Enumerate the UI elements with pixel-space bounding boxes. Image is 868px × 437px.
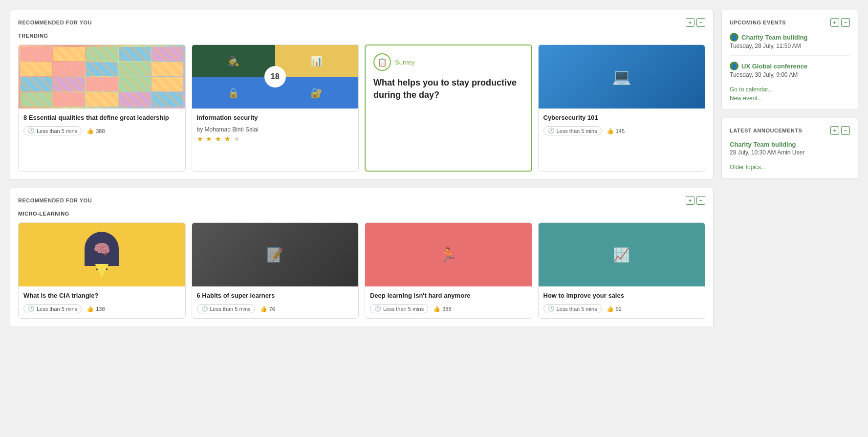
- card-cia-title: What is the CIA triangle?: [23, 291, 180, 300]
- go-to-calendar-link[interactable]: Go to calendar...: [730, 86, 850, 93]
- event-date-0: Tuesday, 28 July, 11:50 AM: [730, 43, 850, 49]
- card-survey[interactable]: 📋 Survey What helps you to stay producti…: [365, 44, 532, 172]
- trending-expand-btn[interactable]: +: [686, 18, 694, 27]
- card-deeplearning-image: 🏃: [365, 223, 532, 286]
- events-panel-title: UPCOMING EVENTS: [730, 20, 786, 25]
- clock-icon-sales: 🕐: [548, 306, 555, 312]
- announcements-panel: LATEST ANNOUCEMENTS + − Charity Team bui…: [721, 118, 858, 179]
- announcement-title-0[interactable]: Charity Team building: [730, 141, 850, 148]
- card-cyber101-image: 💻: [539, 45, 705, 109]
- announcements-collapse-btn[interactable]: −: [841, 126, 850, 135]
- card-sales-meta: 🕐 Less than 5 mins 👍 92: [543, 304, 700, 313]
- card-habits-image: 📝: [192, 223, 359, 286]
- card-deeplearning-body: Deep learning isn't hard anymore 🕐 Less …: [365, 286, 532, 318]
- thumb-icon-sales: 👍: [607, 306, 614, 312]
- microlearning-panel: RECOMMENDED FOR YOU + − MICRO-LEARNING 🧠: [10, 188, 714, 327]
- card-habits-body: 6 Habits of super learners 🕐 Less than 5…: [192, 286, 359, 318]
- new-event-link[interactable]: New event...: [730, 95, 850, 102]
- survey-icon: 📋: [373, 53, 391, 71]
- main-content: RECOMMENDED FOR YOU + − TRENDING: [10, 10, 714, 327]
- cyber-visual: 💻: [539, 45, 705, 109]
- trending-cards-grid: 8 Essential qualities that define great …: [18, 44, 705, 172]
- announcements-panel-controls: + −: [830, 126, 850, 135]
- card-deeplearning-title: Deep learning isn't hard anymore: [370, 291, 527, 300]
- card-leadership-body: 8 Essential qualities that define great …: [19, 109, 185, 140]
- star-4: ★: [224, 135, 231, 143]
- card-cyber101-body: Cybersecurity 101 🕐 Less than 5 mins 👍 1…: [539, 109, 705, 140]
- microlearning-cards-grid: 🧠 What is the CIA triangle? 🕐 Less than …: [18, 222, 705, 319]
- thumb-icon-cia: 👍: [87, 306, 94, 312]
- trending-panel-controls: + −: [686, 18, 705, 27]
- event-title-1[interactable]: 👤 UX Global conference: [730, 62, 850, 70]
- announcements-panel-title: LATEST ANNOUCEMENTS: [730, 128, 802, 133]
- event-icon-1: 👤: [730, 62, 738, 70]
- security-quad-4: 🔐: [275, 77, 358, 109]
- star-2: ★: [206, 135, 213, 143]
- announcements-panel-header: LATEST ANNOUCEMENTS + −: [730, 126, 850, 135]
- thumb-icon: 👍: [87, 128, 94, 134]
- event-icon-0: 👤: [730, 33, 738, 42]
- security-quad-2: 📊: [275, 45, 358, 77]
- card-leadership-image: [19, 45, 185, 109]
- microlearning-panel-header: RECOMMENDED FOR YOU + −: [18, 196, 705, 205]
- event-title-0[interactable]: 👤 Charity Team building: [730, 33, 850, 42]
- habits-visual: 📝: [192, 223, 359, 286]
- card-infosec-image: 🕵️ 📊 🔒 🔐 18: [192, 45, 359, 109]
- star-1: ★: [197, 135, 204, 143]
- trending-panel-title: RECOMMENDED FOR YOU: [18, 20, 92, 25]
- event-item-1: 👤 UX Global conference Tuesday, 30 July,…: [730, 62, 850, 84]
- card-cyber101-meta: 🕐 Less than 5 mins 👍 145: [543, 126, 700, 135]
- events-panel-header: UPCOMING EVENTS + −: [730, 18, 850, 27]
- card-cyber101-likes: 👍 145: [607, 128, 625, 134]
- card-leadership-title: 8 Essential qualities that define great …: [23, 113, 180, 122]
- card-cia[interactable]: 🧠 What is the CIA triangle? 🕐 Less than …: [18, 222, 186, 319]
- survey-question: What helps you to stay productive during…: [373, 77, 523, 101]
- trending-section-label: TRENDING: [18, 33, 705, 39]
- card-sales-body: How to improve your sales 🕐 Less than 5 …: [539, 286, 705, 318]
- events-expand-btn[interactable]: +: [830, 18, 839, 27]
- sidebar: UPCOMING EVENTS + − 👤 Charity Team build…: [721, 10, 858, 327]
- card-leadership-meta: 🕐 Less than 5 mins 👍 388: [23, 126, 180, 135]
- microlearning-expand-btn[interactable]: +: [686, 196, 694, 205]
- trending-panel: RECOMMENDED FOR YOU + − TRENDING: [10, 10, 714, 180]
- older-topics-link[interactable]: Older topics...: [730, 164, 850, 171]
- card-sales-title: How to improve your sales: [543, 291, 700, 300]
- microlearning-collapse-btn[interactable]: −: [696, 196, 705, 205]
- microlearning-panel-title: RECOMMENDED FOR YOU: [18, 197, 92, 203]
- card-infosec-stars: ★ ★ ★ ★ ★: [197, 135, 354, 143]
- card-sales[interactable]: 📈 How to improve your sales 🕐 Less than …: [538, 222, 706, 319]
- microlearning-section-label: MICRO-LEARNING: [18, 211, 705, 217]
- event-item-0: 👤 Charity Team building Tuesday, 28 July…: [730, 33, 850, 56]
- trending-collapse-btn[interactable]: −: [696, 18, 705, 27]
- thumb-icon-habits: 👍: [260, 306, 267, 312]
- clock-icon-habits: 🕐: [201, 306, 208, 312]
- card-leadership-time: 🕐 Less than 5 mins: [23, 126, 82, 135]
- card-habits-meta: 🕐 Less than 5 mins 👍 76: [197, 304, 354, 313]
- announcements-expand-btn[interactable]: +: [830, 126, 839, 135]
- announcement-item-0: Charity Team building 28 July, 10:30 AM …: [730, 141, 850, 162]
- trending-panel-header: RECOMMENDED FOR YOU + −: [18, 18, 705, 27]
- card-infosec-title: Information security: [197, 113, 354, 122]
- star-3: ★: [215, 135, 222, 143]
- card-infosec[interactable]: 🕵️ 📊 🔒 🔐 18 Information security by Moha…: [192, 44, 359, 172]
- card-cia-body: What is the CIA triangle? 🕐 Less than 5 …: [19, 286, 185, 318]
- survey-icon-label: 📋 Survey: [373, 53, 414, 71]
- card-deeplearning-meta: 🕐 Less than 5 mins 👍 388: [370, 304, 527, 313]
- card-habits-title: 6 Habits of super learners: [197, 291, 354, 300]
- card-sales-time: 🕐 Less than 5 mins: [543, 304, 602, 313]
- card-leadership[interactable]: 8 Essential qualities that define great …: [18, 44, 186, 172]
- microlearning-panel-controls: + −: [686, 196, 705, 205]
- announcement-meta-0: 28 July, 10:30 AM Amin User: [730, 149, 850, 156]
- card-infosec-body: Information security by Mohamad Binti Sa…: [192, 109, 359, 148]
- thumb-icon-deep: 👍: [433, 306, 440, 312]
- survey-label: Survey: [395, 59, 414, 66]
- card-cyber101[interactable]: 💻 Cybersecurity 101 🕐 Less than 5 mins 👍: [538, 44, 706, 172]
- events-panel: UPCOMING EVENTS + − 👤 Charity Team build…: [721, 10, 858, 110]
- card-cia-image: 🧠: [19, 223, 185, 286]
- card-habits[interactable]: 📝 6 Habits of super learners 🕐 Less than…: [192, 222, 359, 319]
- card-cia-time: 🕐 Less than 5 mins: [23, 304, 82, 313]
- events-collapse-btn[interactable]: −: [841, 18, 850, 27]
- card-leadership-likes: 👍 388: [87, 128, 105, 134]
- card-deeplearning[interactable]: 🏃 Deep learning isn't hard anymore 🕐 Les…: [365, 222, 532, 319]
- events-panel-controls: + −: [830, 18, 850, 27]
